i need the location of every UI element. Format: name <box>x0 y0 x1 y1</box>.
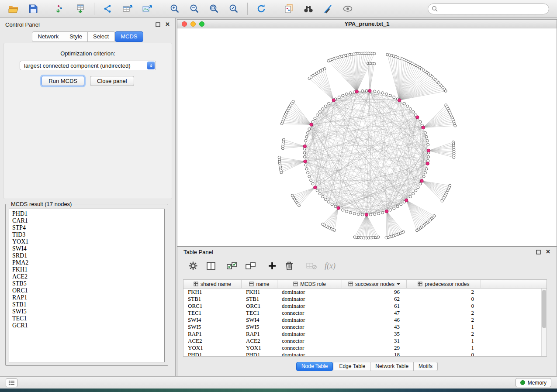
float-panel-icon[interactable] <box>536 250 541 254</box>
mcds-result-node[interactable]: ACE2 <box>12 273 164 280</box>
zoom-out-button[interactable] <box>185 2 204 16</box>
column-header-mcds-role[interactable]: MCDS role <box>277 280 342 288</box>
memory-button[interactable]: Memory <box>515 378 551 387</box>
name-cell: ORC1 <box>242 303 277 309</box>
toolbar-separator <box>47 3 47 15</box>
table-row[interactable]: ACE2ACE2connector311 <box>183 337 547 344</box>
search-box <box>428 3 549 14</box>
tab-style[interactable]: Style <box>64 31 88 42</box>
save-session-button[interactable] <box>24 2 42 16</box>
tab-network-table[interactable]: Network Table <box>370 362 414 371</box>
network-canvas[interactable] <box>177 28 557 246</box>
zoom-selected-button[interactable] <box>225 2 243 16</box>
create-column-button[interactable] <box>267 261 277 271</box>
run-mcds-button[interactable]: Run MCDS <box>42 76 84 86</box>
deselect-all-icon <box>245 261 256 271</box>
mcds-result-node[interactable]: STB5 <box>12 280 164 287</box>
mcds-result-node[interactable]: SWI5 <box>12 308 164 315</box>
column-header-name[interactable]: name <box>242 280 277 288</box>
table-row[interactable]: STB1STB1dominator620 <box>183 296 547 303</box>
import-table-disabled-button <box>306 261 317 271</box>
select-all-button[interactable] <box>226 261 238 271</box>
network-window-titlebar[interactable]: YPA_prune.txt_1 <box>177 20 557 28</box>
network-window: YPA_prune.txt_1 <box>177 19 557 247</box>
show-columns-button[interactable] <box>206 261 216 271</box>
table-mode-button[interactable] <box>188 261 198 271</box>
open-session-button[interactable] <box>4 2 23 16</box>
mcds-result-node[interactable]: STB1 <box>12 301 164 308</box>
mcds-result-node[interactable]: TID3 <box>12 231 164 238</box>
mcds-result-node[interactable]: PHD1 <box>12 210 164 217</box>
export-image-button[interactable] <box>138 2 156 16</box>
window-minimize-button[interactable] <box>190 21 196 27</box>
zoom-in-button[interactable] <box>166 2 184 16</box>
delete-column-button[interactable] <box>284 261 294 271</box>
criterion-selected-value: largest connected component (undirected) <box>24 62 131 69</box>
mcds-result-node[interactable]: FKH1 <box>12 266 164 273</box>
clone-network-button[interactable] <box>280 2 298 16</box>
shared-name-cell: SWI5 <box>183 323 242 330</box>
search-input[interactable] <box>428 3 549 14</box>
window-maximize-button[interactable] <box>199 21 204 27</box>
mcds-result-node[interactable]: TEC1 <box>12 315 164 322</box>
mcds-result-node[interactable]: PMA2 <box>12 259 164 266</box>
table-row[interactable]: SWI5SWI5connector431 <box>183 323 547 330</box>
mcds-result-node[interactable]: GCR1 <box>12 322 164 329</box>
table-panel-title: Table Panel <box>183 249 213 255</box>
successor-nodes-cell: 18 <box>342 351 407 357</box>
close-panel-icon[interactable]: ✕ <box>165 22 170 27</box>
zoom-fit-button[interactable] <box>205 2 223 16</box>
table-row[interactable]: FKH1FKH1dominator962 <box>183 289 547 296</box>
mcds-result-node[interactable]: CAR1 <box>12 217 164 224</box>
tab-node-table[interactable]: Node Table <box>296 362 333 371</box>
tab-motifs[interactable]: Motifs <box>414 362 438 371</box>
tab-select[interactable]: Select <box>88 31 114 42</box>
successor-nodes-cell: 47 <box>342 309 407 316</box>
find-button[interactable] <box>299 2 318 16</box>
tab-edge-table[interactable]: Edge Table <box>334 362 370 371</box>
show-style-button[interactable] <box>319 2 337 16</box>
main-toolbar <box>0 0 557 18</box>
mcds-result-list[interactable]: PHD1CAR1STP4TID3YOX1SWI4SRD1PMA2FKH1ACE2… <box>9 209 165 362</box>
show-graphics-details-button[interactable] <box>339 2 357 16</box>
import-table-button[interactable] <box>71 2 90 16</box>
mcds-result-node[interactable]: STP4 <box>12 224 164 231</box>
refresh-view-button[interactable] <box>252 2 270 16</box>
tab-network[interactable]: Network <box>32 31 64 42</box>
mcds-result-node[interactable]: SWI4 <box>12 245 164 252</box>
mcds-result-node[interactable]: SRD1 <box>12 252 164 259</box>
column-header-successor-nodes[interactable]: successor nodes <box>342 280 407 288</box>
filler-cell <box>481 303 547 309</box>
column-header-shared-name[interactable]: shared name <box>183 280 242 288</box>
table-row[interactable]: YOX1YOX1connector291 <box>183 344 547 351</box>
close-panel-icon[interactable]: ✕ <box>546 249 550 254</box>
mcds-role-cell: connector <box>277 337 342 344</box>
name-cell: TEC1 <box>242 309 277 316</box>
successor-nodes-cell: 31 <box>342 337 407 344</box>
column-header-predecessor-nodes[interactable]: predecessor nodes <box>407 280 481 288</box>
export-network-button[interactable] <box>99 2 117 16</box>
tab-mcds[interactable]: MCDS <box>115 31 143 42</box>
close-panel-button[interactable]: Close panel <box>90 76 134 86</box>
import-network-button[interactable] <box>52 2 70 16</box>
scrollbar-thumb[interactable] <box>542 290 546 328</box>
export-table-button[interactable] <box>118 2 137 16</box>
table-row[interactable]: RAP1RAP1dominator352 <box>183 330 547 337</box>
table-scrollbar[interactable] <box>541 289 547 356</box>
deselect-all-button[interactable] <box>245 261 256 271</box>
sort-descending-icon <box>397 283 400 287</box>
table-row[interactable]: PHD1PHD1dominator180 <box>183 351 547 357</box>
show-panels-button[interactable] <box>6 378 17 387</box>
float-panel-icon[interactable] <box>156 22 160 27</box>
window-close-button[interactable] <box>182 21 187 27</box>
successor-nodes-cell: 43 <box>342 323 407 330</box>
network-title: YPA_prune.txt_1 <box>177 21 557 27</box>
table-row[interactable]: SWI4SWI4dominator462 <box>183 316 547 323</box>
table-row[interactable]: TEC1TEC1connector472 <box>183 309 547 316</box>
clone-network-icon <box>284 3 294 14</box>
table-row[interactable]: ORC1ORC1dominator610 <box>183 303 547 309</box>
mcds-result-node[interactable]: ORC1 <box>12 287 164 294</box>
mcds-result-node[interactable]: RAP1 <box>12 294 164 301</box>
criterion-select[interactable]: largest connected component (undirected) <box>20 61 156 70</box>
mcds-result-node[interactable]: YOX1 <box>12 238 164 245</box>
